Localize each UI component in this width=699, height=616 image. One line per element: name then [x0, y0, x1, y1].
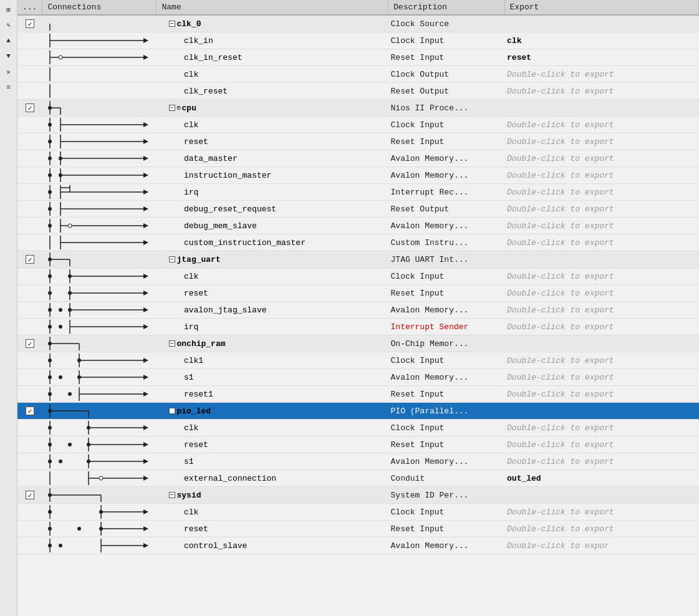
connections-cell — [42, 487, 157, 504]
name-cell: clk_reset — [157, 83, 388, 100]
component-table: ... Connections Name Description Export … — [17, 0, 699, 554]
svg-point-95 — [77, 359, 81, 362]
component-checkbox[interactable] — [26, 19, 34, 28]
name-cell[interactable]: −⊞cpu — [157, 100, 388, 117]
description-text: Clock Input — [391, 356, 445, 365]
svg-marker-126 — [143, 442, 148, 447]
export-cell[interactable]: Double-click to export — [504, 420, 698, 436]
table-row: clkClock InputDouble-click to export — [17, 268, 699, 285]
export-cell[interactable]: Double-click to export — [504, 386, 698, 403]
connection-svg — [45, 421, 154, 435]
export-cell[interactable]: Double-click to export — [504, 504, 698, 521]
svg-marker-96 — [143, 358, 148, 363]
description-text: Avalon Memory... — [391, 154, 469, 163]
dots-cell — [17, 100, 42, 117]
name-cell: clk — [157, 268, 388, 285]
toolbar-icon-2[interactable]: ✎ — [2, 18, 16, 32]
export-cell[interactable]: Double-click to export — [504, 302, 698, 319]
name-cell[interactable]: −sysid — [157, 487, 388, 504]
name-cell[interactable]: −pio_led — [157, 403, 388, 420]
export-cell[interactable]: Double-click to export — [504, 352, 698, 369]
component-checkbox[interactable] — [26, 407, 34, 415]
toolbar-icon-4[interactable]: ▼ — [2, 49, 16, 63]
export-cell[interactable]: Double-click to export — [504, 285, 698, 302]
sub-item-name-label: irq — [159, 322, 198, 332]
collapse-icon[interactable]: − — [169, 21, 175, 27]
svg-point-102 — [77, 375, 81, 379]
component-checkbox[interactable] — [26, 491, 34, 499]
svg-marker-86 — [143, 324, 148, 329]
svg-point-146 — [48, 510, 52, 514]
export-cell[interactable]: Double-click to export — [504, 201, 698, 218]
export-cell[interactable]: Double-click to export — [504, 66, 698, 83]
connections-cell — [42, 167, 157, 184]
collapse-icon[interactable]: − — [169, 105, 175, 111]
export-cell[interactable]: Double-click to expor — [504, 537, 698, 554]
export-text: Double-click to expor — [507, 541, 609, 551]
export-text: Double-click to export — [507, 205, 614, 214]
toolbar-icon-1[interactable]: ⊞ — [2, 2, 16, 16]
table-row[interactable]: −clk_0Clock Source — [17, 15, 699, 32]
table-row[interactable]: −⊞cpuNios II Proce... — [17, 100, 699, 117]
dots-cell — [17, 133, 42, 150]
dots-cell — [17, 49, 42, 66]
table-row: external_connectionConduitout_led — [17, 470, 699, 487]
export-text: Double-click to export — [507, 322, 614, 332]
description-cell: Reset Output — [388, 201, 505, 218]
export-cell[interactable]: Double-click to export — [504, 453, 698, 470]
component-checkbox[interactable] — [26, 255, 34, 264]
export-cell[interactable]: Double-click to export — [504, 150, 698, 167]
name-cell[interactable]: −clk_0 — [157, 15, 388, 32]
name-cell: debug_mem_slave — [157, 218, 388, 234]
header-connections: Connections — [42, 0, 157, 15]
export-cell[interactable]: Double-click to export — [504, 369, 698, 386]
export-cell[interactable]: Double-click to export — [504, 234, 698, 251]
connections-cell — [42, 268, 157, 285]
svg-point-160 — [59, 544, 62, 547]
export-cell[interactable]: Double-click to export — [504, 268, 698, 285]
description-cell: Clock Input — [388, 352, 505, 369]
svg-point-22 — [48, 140, 52, 143]
table-row[interactable]: −onchip_ramOn-Chip Memor... — [17, 335, 699, 352]
connection-svg — [45, 202, 154, 216]
table-row[interactable]: −sysidSystem ID Per... — [17, 487, 699, 504]
svg-marker-138 — [143, 476, 148, 481]
toolbar-icon-5[interactable]: ✕ — [2, 65, 16, 79]
toolbar-icon-3[interactable]: ▲ — [2, 34, 16, 47]
component-checkbox[interactable] — [26, 103, 34, 112]
table-row[interactable]: −jtag_uartJTAG UART Int... — [17, 251, 699, 268]
export-cell[interactable]: Double-click to export — [504, 117, 698, 133]
export-cell[interactable]: Double-click to export — [504, 167, 698, 184]
svg-marker-7 — [143, 55, 148, 60]
svg-point-79 — [68, 308, 72, 312]
collapse-icon[interactable]: − — [169, 340, 175, 347]
toolbar-icon-6[interactable]: ≡ — [2, 80, 16, 94]
export-cell[interactable]: Double-click to export — [504, 319, 698, 335]
table-row[interactable]: −pio_ledPIO (Parallel... — [17, 403, 699, 420]
component-name-label: cpu — [182, 103, 196, 113]
sub-item-name-label: clk — [159, 120, 198, 130]
connection-svg — [45, 354, 154, 367]
connection-svg — [45, 269, 154, 283]
export-cell[interactable]: Double-click to export — [504, 184, 698, 201]
export-cell[interactable]: Double-click to export — [504, 436, 698, 453]
cpu-icon: ⊞ — [177, 104, 181, 112]
table-row: debug_reset_requestReset OutputDouble-cl… — [17, 201, 699, 218]
export-cell[interactable]: Double-click to export — [504, 218, 698, 234]
export-cell[interactable]: Double-click to export — [504, 521, 698, 537]
collapse-icon[interactable]: − — [169, 256, 175, 262]
name-cell[interactable]: −onchip_ram — [157, 335, 388, 352]
collapse-icon[interactable]: − — [169, 408, 175, 414]
connections-cell — [42, 83, 157, 100]
description-cell: Avalon Memory... — [388, 218, 505, 234]
export-cell[interactable]: Double-click to export — [504, 133, 698, 150]
component-checkbox[interactable] — [26, 339, 34, 348]
connection-svg — [45, 84, 154, 98]
svg-point-41 — [48, 190, 52, 194]
name-cell[interactable]: −jtag_uart — [157, 251, 388, 268]
collapse-icon[interactable]: − — [169, 492, 175, 498]
dots-cell — [17, 167, 42, 184]
export-cell[interactable]: Double-click to export — [504, 83, 698, 100]
svg-point-142 — [48, 493, 52, 497]
sub-item-name-label: clk_in_reset — [159, 53, 243, 62]
